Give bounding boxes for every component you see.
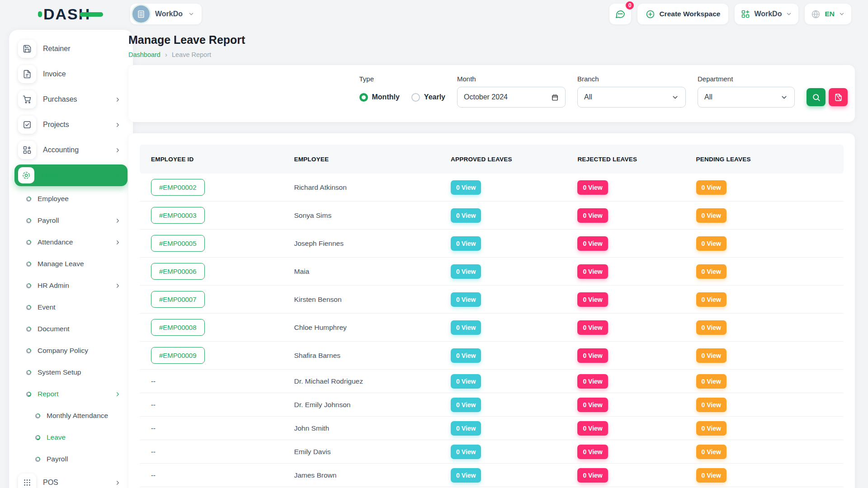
rejected-view-badge[interactable]: 0 View [577, 348, 608, 363]
sidebar-item-report[interactable]: Report [14, 383, 127, 405]
sidebar-item-payroll[interactable]: Payroll [14, 448, 127, 470]
sidebar-item-pos[interactable]: POS [14, 470, 127, 488]
calendar-icon [551, 94, 559, 101]
table-row: #EMP00003Sonya Sims0 View0 View0 View [140, 202, 844, 230]
pos-icon [18, 474, 36, 488]
employee-id-button[interactable]: #EMP00008 [151, 319, 205, 336]
pending-view-badge[interactable]: 0 View [696, 208, 726, 223]
pending-view-badge[interactable]: 0 View [696, 292, 726, 307]
radio-yearly-control[interactable] [411, 93, 420, 102]
pending-view-badge[interactable]: 0 View [696, 468, 726, 483]
rejected-view-badge[interactable]: 0 View [577, 208, 608, 223]
filter-branch-group: Branch All [577, 75, 686, 108]
branch-select[interactable]: All [577, 87, 686, 108]
create-workspace-button[interactable]: Create Workspace [637, 4, 728, 24]
approved-view-badge[interactable]: 0 View [451, 421, 481, 436]
employee-id-button[interactable]: #EMP00002 [151, 179, 205, 196]
chevron-down-icon [671, 94, 679, 101]
sidebar-item-retainer[interactable]: Retainer [14, 36, 127, 61]
grid-plus-icon [741, 9, 750, 19]
pending-view-badge[interactable]: 0 View [696, 180, 726, 195]
rejected-view-badge[interactable]: 0 View [577, 264, 608, 279]
type-radio-group: Monthly Yearly [359, 87, 445, 108]
approved-view-badge[interactable]: 0 View [451, 468, 481, 483]
rejected-view-badge[interactable]: 0 View [577, 374, 608, 389]
breadcrumb-dashboard-link[interactable]: Dashboard [128, 51, 160, 58]
department-select[interactable]: All [698, 87, 795, 108]
chat-badge: 0 [625, 0, 635, 10]
grid-plus-icon [23, 145, 32, 155]
sidebar-item-monthly-attendance[interactable]: Monthly Attendance [14, 405, 127, 427]
employee-id-button[interactable]: #EMP00009 [151, 347, 205, 364]
branch-value: All [584, 93, 592, 101]
approved-view-badge[interactable]: 0 View [451, 180, 481, 195]
search-button[interactable] [807, 88, 826, 106]
radio-monthly-control[interactable] [359, 93, 368, 102]
approved-view-badge[interactable]: 0 View [451, 398, 481, 412]
sidebar-item-attendance[interactable]: Attendance [14, 231, 127, 253]
approved-view-badge[interactable]: 0 View [451, 292, 481, 307]
employee-name: Emily Davis [294, 448, 451, 456]
chat-button[interactable]: 0 [609, 4, 631, 24]
pending-view-badge[interactable]: 0 View [696, 445, 726, 459]
language-switcher[interactable]: EN [805, 4, 851, 24]
pending-view-badge[interactable]: 0 View [696, 421, 726, 436]
approved-view-badge[interactable]: 0 View [451, 264, 481, 279]
sidebar-item-system-setup[interactable]: System Setup [14, 361, 127, 383]
rejected-view-badge[interactable]: 0 View [577, 180, 608, 195]
approved-leaves-cell: 0 View [451, 180, 577, 195]
sidebar-item-payroll[interactable]: Payroll [14, 210, 127, 231]
employee-id-cell: #EMP00008 [151, 319, 294, 336]
approved-view-badge[interactable]: 0 View [451, 208, 481, 223]
workspace-switcher[interactable]: WorkDo [130, 4, 202, 24]
rejected-view-badge[interactable]: 0 View [577, 236, 608, 251]
pending-view-badge[interactable]: 0 View [696, 398, 726, 412]
reset-button[interactable] [829, 88, 848, 106]
sidebar-item-projects[interactable]: Projects [14, 112, 127, 137]
employee-id-button[interactable]: #EMP00005 [151, 235, 205, 252]
pending-view-badge[interactable]: 0 View [696, 236, 726, 251]
approved-leaves-cell: 0 View [451, 292, 577, 307]
employee-id-button[interactable]: #EMP00006 [151, 263, 205, 280]
rejected-view-badge[interactable]: 0 View [577, 421, 608, 436]
sidebar-item-invoice[interactable]: Invoice [14, 61, 127, 87]
pending-view-badge[interactable]: 0 View [696, 264, 726, 279]
month-input[interactable]: October 2024 [457, 87, 566, 108]
bullet-icon [26, 305, 31, 310]
employee-id-cell: #EMP00002 [151, 179, 294, 196]
sidebar-item-company-policy[interactable]: Company Policy [14, 340, 127, 361]
radio-yearly[interactable]: Yearly [411, 93, 445, 102]
hub-icon [18, 167, 34, 183]
approved-view-badge[interactable]: 0 View [451, 445, 481, 459]
sidebar-item-accounting[interactable]: Accounting [14, 137, 127, 163]
rejected-view-badge[interactable]: 0 View [577, 398, 608, 412]
sidebar-item-leave[interactable]: Leave [14, 427, 127, 448]
employee-id-cell: #EMP00006 [151, 263, 294, 280]
workdo-menu-button[interactable]: WorkDo [735, 4, 798, 24]
sidebar-item-purchases[interactable]: Purchases [14, 87, 127, 112]
rejected-view-badge[interactable]: 0 View [577, 468, 608, 483]
radio-monthly[interactable]: Monthly [359, 93, 400, 102]
approved-view-badge[interactable]: 0 View [451, 320, 481, 335]
sidebar-item-employee[interactable]: Employee [14, 188, 127, 210]
sidebar-item-document[interactable]: Document [14, 318, 127, 340]
employee-id-button[interactable]: #EMP00003 [151, 207, 205, 224]
approved-leaves-cell: 0 View [451, 445, 577, 459]
sidebar-item-hrm[interactable]: HRM [14, 164, 127, 186]
pending-view-badge[interactable]: 0 View [696, 348, 726, 363]
approved-view-badge[interactable]: 0 View [451, 348, 481, 363]
employee-id-button[interactable]: #EMP00007 [151, 291, 205, 308]
rejected-view-badge[interactable]: 0 View [577, 445, 608, 459]
pending-view-badge[interactable]: 0 View [696, 320, 726, 335]
approved-view-badge[interactable]: 0 View [451, 374, 481, 389]
rejected-view-badge[interactable]: 0 View [577, 292, 608, 307]
table-body: #EMP00002Richard Atkinson0 View0 View0 V… [140, 174, 844, 487]
bullet-icon [26, 197, 31, 202]
approved-view-badge[interactable]: 0 View [451, 236, 481, 251]
pending-view-badge[interactable]: 0 View [696, 374, 726, 389]
sidebar-item-event[interactable]: Event [14, 296, 127, 318]
sidebar-item-manage-leave[interactable]: Manage Leave [14, 253, 127, 275]
rejected-view-badge[interactable]: 0 View [577, 320, 608, 335]
workspace-name: WorkDo [155, 10, 183, 18]
sidebar-item-hr-admin[interactable]: HR Admin [14, 275, 127, 296]
